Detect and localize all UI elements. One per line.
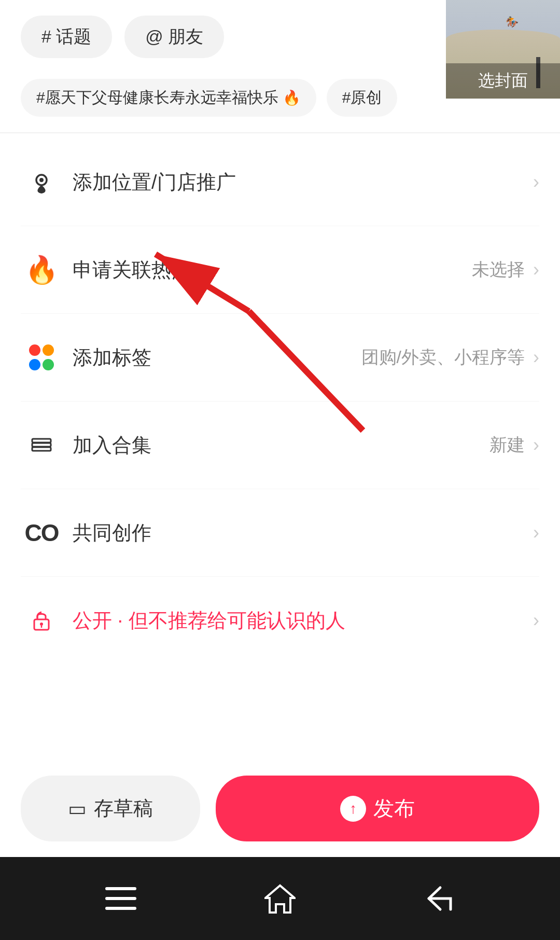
svg-rect-8 — [32, 443, 51, 447]
publish-label: 发布 — [373, 794, 415, 823]
nav-bar — [0, 857, 560, 940]
svg-rect-9 — [32, 439, 51, 443]
top-section: # 话题 @ 朋友 🏇 选封面 — [0, 0, 560, 68]
topic-tag-1[interactable]: #原创 — [327, 79, 398, 117]
svg-rect-17 — [105, 897, 136, 900]
menu-arrow-location: › — [533, 171, 539, 193]
nav-back-button[interactable] — [413, 873, 465, 924]
menu-label-collection: 加入合集 — [73, 432, 489, 459]
menu-label-hot: 申请关联热点 — [73, 257, 472, 283]
menu-item-tags[interactable]: 添加标签 团购/外卖、小程序等 › — [21, 314, 539, 402]
menu-value-collection: 新建 — [489, 433, 525, 457]
nav-home-button[interactable] — [254, 873, 306, 924]
menu-item-hot[interactable]: 🔥 申请关联热点 未选择 › — [21, 226, 539, 314]
menu-value-hot: 未选择 — [472, 258, 525, 282]
tag-buttons: # 话题 @ 朋友 — [21, 16, 224, 58]
menu-arrow-tags: › — [533, 347, 539, 368]
menu-arrow-collection: › — [533, 434, 539, 456]
layers-icon — [21, 424, 62, 466]
publish-icon: ↑ — [340, 796, 366, 822]
topic-tag-0[interactable]: #愿天下父母健康长寿永远幸福快乐 🔥 — [21, 79, 316, 117]
menu-item-collection[interactable]: 加入合集 新建 › — [21, 402, 539, 489]
svg-rect-18 — [105, 907, 136, 910]
draft-label: 存草稿 — [94, 795, 153, 822]
menu-item-location[interactable]: 添加位置/门店推广 › — [21, 139, 539, 226]
svg-marker-19 — [265, 886, 295, 913]
cover-label[interactable]: 选封面 — [446, 63, 560, 99]
lock-icon — [21, 600, 62, 641]
topic-text-0: #愿天下父母健康长寿永远幸福快乐 — [36, 87, 278, 108]
svg-rect-7 — [32, 447, 51, 451]
cover-image-container[interactable]: 🏇 选封面 — [446, 0, 560, 99]
rider-figure: 🏇 — [506, 16, 519, 28]
draft-button[interactable]: ▭ 存草稿 — [21, 776, 200, 841]
hashtag-button[interactable]: # 话题 — [21, 16, 112, 58]
co-icon: CO — [21, 512, 62, 554]
publish-button[interactable]: ↑ 发布 — [216, 776, 539, 841]
svg-rect-16 — [105, 887, 136, 890]
menu-label-privacy: 公开 · 但不推荐给可能认识的人 — [73, 607, 533, 634]
menu-arrow-collab: › — [533, 522, 539, 544]
fire-emoji: 🔥 — [283, 89, 301, 106]
mention-button[interactable]: @ 朋友 — [124, 16, 224, 58]
menu-arrow-hot: › — [533, 259, 539, 281]
topic-text-1: #原创 — [342, 87, 382, 108]
svg-point-6 — [39, 178, 44, 182]
dots-icon — [21, 337, 62, 378]
divider — [0, 132, 560, 133]
bottom-actions: ▭ 存草稿 ↑ 发布 — [0, 760, 560, 857]
menu-item-collab[interactable]: CO 共同创作 › — [21, 489, 539, 577]
menu-arrow-privacy: › — [533, 610, 539, 631]
nav-menu-button[interactable] — [95, 873, 147, 924]
menu-label-collab: 共同创作 — [73, 520, 533, 546]
menu-label-tags: 添加标签 — [73, 344, 361, 371]
svg-point-11 — [40, 623, 43, 626]
menu-item-privacy[interactable]: 公开 · 但不推荐给可能认识的人 › — [21, 577, 539, 664]
menu-list: 添加位置/门店推广 › 🔥 申请关联热点 未选择 › 添加标签 团购/外卖、小程… — [0, 139, 560, 664]
menu-value-tags: 团购/外卖、小程序等 — [361, 345, 525, 369]
menu-label-location: 添加位置/门店推广 — [73, 169, 533, 196]
fire-icon: 🔥 — [21, 249, 62, 291]
draft-icon: ▭ — [68, 797, 87, 820]
location-icon — [21, 161, 62, 203]
